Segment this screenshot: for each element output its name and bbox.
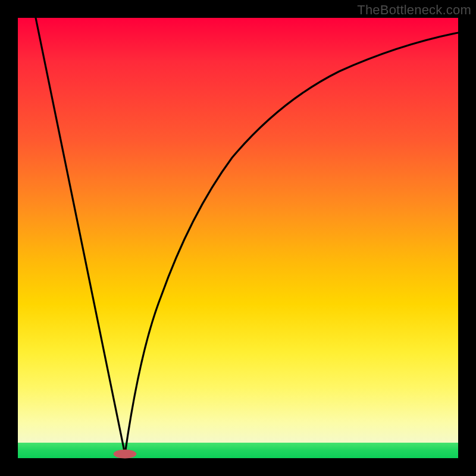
watermark-text: TheBottleneck.com	[357, 2, 471, 18]
curve-left-limb	[36, 18, 125, 454]
chart-curves-layer	[18, 18, 458, 458]
curve-right-limb	[125, 33, 458, 454]
minimum-marker-oval	[114, 450, 136, 458]
